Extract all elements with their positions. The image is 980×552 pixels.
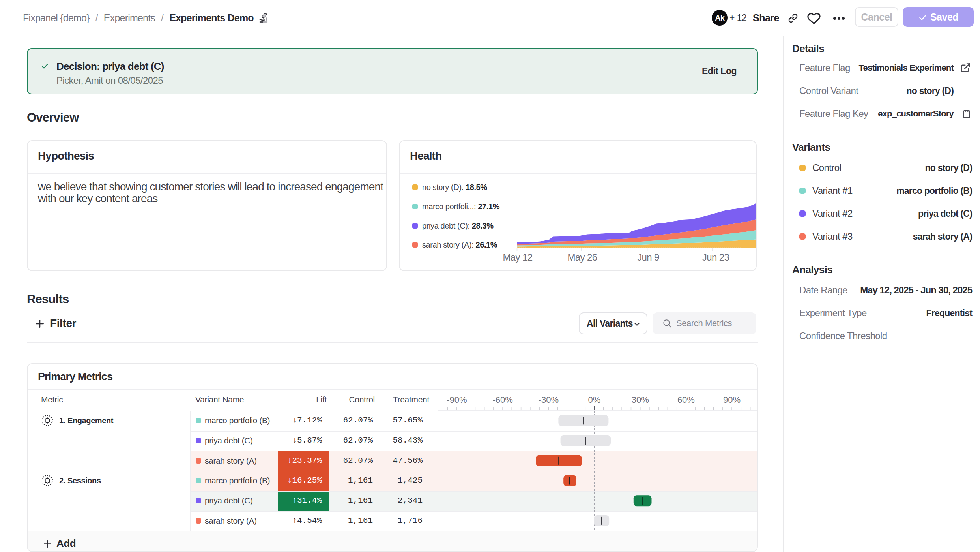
svg-text:90%: 90% bbox=[723, 395, 741, 405]
svg-text:-90%: -90% bbox=[447, 395, 467, 405]
svg-text:-30%: -30% bbox=[539, 395, 559, 405]
svg-text:-60%: -60% bbox=[492, 395, 512, 405]
svg-text:60%: 60% bbox=[677, 395, 695, 405]
svg-text:0%: 0% bbox=[588, 395, 601, 405]
svg-text:30%: 30% bbox=[632, 395, 649, 405]
